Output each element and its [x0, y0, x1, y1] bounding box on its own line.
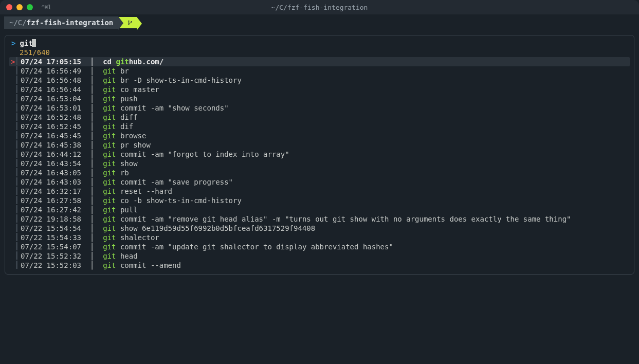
- separator: │: [81, 214, 103, 224]
- timestamp: 07/24 16:43:03: [21, 177, 81, 187]
- command-text: git diff: [103, 113, 137, 122]
- list-item[interactable]: 07/22 15:52:32 │ git head: [9, 251, 630, 261]
- list-item[interactable]: 07/24 16:56:44 │ git co master: [9, 85, 630, 94]
- list-item[interactable]: 07/22 15:52:03 │ git commit --amend: [9, 261, 630, 270]
- match-highlight: git: [103, 76, 116, 84]
- list-item[interactable]: 07/24 16:53:04 │ git push: [9, 94, 630, 103]
- list-item[interactable]: 07/24 16:43:54 │ git show: [9, 159, 630, 168]
- row-indicator-bar: [16, 251, 17, 260]
- fzf-query-input[interactable]: git: [20, 39, 35, 48]
- fzf-box: > git 251/640 >07/24 17:05:15 │ cd githu…: [5, 35, 634, 275]
- match-highlight: git: [103, 159, 116, 168]
- timestamp: 07/24 16:52:45: [21, 122, 81, 131]
- match-highlight: git: [103, 132, 116, 140]
- match-highlight: git: [103, 104, 116, 112]
- maximize-button[interactable]: [27, 4, 33, 10]
- selection-marker: [11, 85, 16, 94]
- timestamp: 07/24 16:56:44: [21, 85, 81, 94]
- command-text: git dif: [103, 122, 133, 131]
- separator: │: [81, 113, 103, 122]
- fzf-query-line[interactable]: > git: [9, 39, 630, 48]
- close-button[interactable]: [6, 4, 12, 10]
- timestamp: 07/24 16:45:38: [21, 140, 81, 150]
- timestamp: 07/24 16:53:01: [21, 103, 81, 113]
- separator: │: [81, 261, 103, 270]
- list-item[interactable]: 07/24 16:32:17 │ git reset --hard: [9, 187, 630, 196]
- command-text: git head: [103, 251, 137, 261]
- list-item[interactable]: 07/22 15:54:07 │ git commit -am "update …: [9, 242, 630, 251]
- list-item[interactable]: 07/24 16:43:05 │ git rb: [9, 168, 630, 177]
- command-text: git br: [103, 66, 129, 76]
- separator: │: [81, 187, 103, 196]
- command-text: git commit --amend: [103, 261, 181, 270]
- list-item[interactable]: 07/22 19:18:58 │ git commit -am "remove …: [9, 214, 630, 224]
- row-indicator-bar: [16, 103, 17, 112]
- row-indicator-bar: [16, 85, 17, 93]
- command-text: git pr show: [103, 140, 151, 150]
- timestamp: 07/24 16:52:48: [21, 113, 81, 122]
- list-item[interactable]: >07/24 17:05:15 │ cd github.com/: [9, 57, 630, 66]
- separator: │: [81, 177, 103, 187]
- separator: │: [81, 196, 103, 205]
- match-highlight: git: [103, 224, 116, 232]
- list-item[interactable]: 07/24 16:45:38 │ git pr show: [9, 140, 630, 150]
- list-item[interactable]: 07/22 15:54:54 │ git show 6e119d59d55f69…: [9, 224, 630, 233]
- list-item[interactable]: 07/24 16:45:45 │ git browse: [9, 131, 630, 140]
- timestamp: 07/24 16:53:04: [21, 94, 81, 103]
- timestamp: 07/22 19:18:58: [21, 214, 81, 224]
- list-item[interactable]: 07/24 16:56:48 │ git br -D show-ts-in-cm…: [9, 76, 630, 85]
- separator: │: [81, 66, 103, 76]
- list-item[interactable]: 07/24 16:43:03 │ git commit -am "save pr…: [9, 177, 630, 187]
- row-indicator-bar: [16, 94, 17, 102]
- timestamp: 07/24 17:05:15: [21, 57, 81, 66]
- command-text: git shalector: [103, 233, 159, 242]
- fzf-results-list[interactable]: >07/24 17:05:15 │ cd github.com/ 07/24 1…: [9, 57, 630, 270]
- window-title: ~/C/fzf-fish-integration: [271, 4, 368, 11]
- selection-marker: [11, 187, 16, 196]
- command-text: git rb: [103, 168, 129, 177]
- selection-marker: [11, 131, 16, 140]
- separator: │: [81, 57, 103, 66]
- match-highlight: git: [103, 261, 116, 269]
- git-branch-icon: [127, 19, 133, 26]
- list-item[interactable]: 07/24 16:27:58 │ git co -b show-ts-in-cm…: [9, 196, 630, 205]
- selection-marker: [11, 122, 16, 131]
- match-highlight: git: [103, 233, 116, 242]
- command-text: git commit -am "remove git head alias" -…: [103, 214, 571, 224]
- timestamp: 07/24 16:27:42: [21, 205, 81, 214]
- selection-marker: [11, 140, 16, 150]
- match-highlight: git: [103, 215, 116, 223]
- command-text: git commit -am "forgot to index into arr…: [103, 150, 289, 159]
- list-item[interactable]: 07/24 16:27:42 │ git pull: [9, 205, 630, 214]
- timestamp: 07/24 16:43:54: [21, 159, 81, 168]
- selection-marker: >: [11, 57, 16, 66]
- timestamp: 07/22 15:54:07: [21, 242, 81, 251]
- row-indicator-bar: [16, 159, 17, 167]
- selection-marker: [11, 177, 16, 187]
- row-indicator-bar: [16, 57, 17, 65]
- command-text: git pull: [103, 205, 137, 214]
- match-highlight: git: [103, 252, 116, 260]
- list-item[interactable]: 07/22 15:54:33 │ git shalector: [9, 233, 630, 242]
- separator: │: [81, 122, 103, 131]
- minimize-button[interactable]: [16, 4, 23, 10]
- command-text: git browse: [103, 131, 146, 140]
- command-text: git show: [103, 159, 137, 168]
- svg-point-1: [129, 24, 130, 25]
- selection-marker: [11, 150, 16, 159]
- list-item[interactable]: 07/24 16:52:45 │ git dif: [9, 122, 630, 131]
- list-item[interactable]: 07/24 16:53:01 │ git commit -am "show se…: [9, 103, 630, 113]
- selection-marker: [11, 103, 16, 113]
- row-indicator-bar: [16, 261, 17, 269]
- breadcrumb-prefix: ~/C/: [9, 19, 27, 27]
- list-item[interactable]: 07/24 16:44:12 │ git commit -am "forgot …: [9, 150, 630, 159]
- selection-marker: [11, 261, 16, 270]
- timestamp: 07/24 16:27:58: [21, 196, 81, 205]
- list-item[interactable]: 07/24 16:56:49 │ git br: [9, 66, 630, 76]
- timestamp: 07/22 15:54:33: [21, 233, 81, 242]
- list-item[interactable]: 07/24 16:52:48 │ git diff: [9, 113, 630, 122]
- selection-marker: [11, 94, 16, 103]
- row-indicator-bar: [16, 233, 17, 241]
- timestamp: 07/24 16:43:05: [21, 168, 81, 177]
- command-text: cd github.com/: [103, 57, 163, 66]
